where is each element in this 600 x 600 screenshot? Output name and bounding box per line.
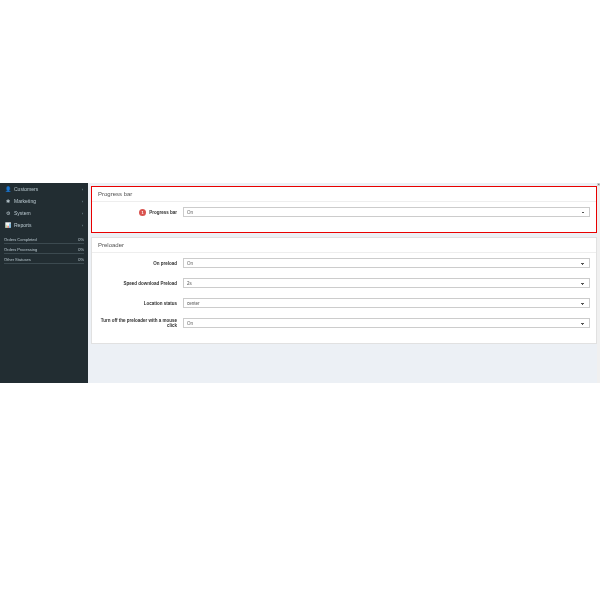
sidebar-stats: Orders Completed0% Orders Processing0% O… (0, 237, 88, 267)
panel-preloader: Preloader On preload On Speed download P… (91, 237, 597, 344)
sidebar-item-label: Reports (14, 222, 82, 228)
form-row-speed: Speed download Preload 2s (98, 278, 590, 288)
progress-bar (4, 263, 84, 264)
stat-value: 0% (78, 237, 84, 242)
field-label: On preload (98, 261, 183, 266)
form-row-location: Location status center (98, 298, 590, 308)
chevron-right-icon: › (82, 199, 83, 204)
progress-bar (4, 253, 84, 254)
speed-select[interactable]: 2s (183, 278, 590, 288)
progress-bar (4, 243, 84, 244)
sidebar-item-label: Marketing (14, 198, 82, 204)
stat-other-statuses: Other Statuses0% (4, 257, 84, 264)
stat-label: Orders Processing (4, 247, 37, 252)
stat-orders-completed: Orders Completed0% (4, 237, 84, 244)
chevron-right-icon: › (82, 223, 83, 228)
chart-icon: 📊 (5, 222, 11, 228)
chevron-right-icon: › (82, 211, 83, 216)
user-icon: 👤 (5, 186, 11, 192)
panel-title: Preloader (92, 238, 596, 253)
chevron-right-icon: › (82, 187, 83, 192)
field-label: Turn off the preloader with a mouse clic… (98, 318, 183, 328)
sidebar: 👤 Customers › ✱ Marketing › ⚙ System › 📊… (0, 183, 88, 383)
field-label: Speed download Preload (98, 281, 183, 286)
stat-label: Orders Completed (4, 237, 37, 242)
sidebar-item-marketing[interactable]: ✱ Marketing › (0, 195, 88, 207)
location-select[interactable]: center (183, 298, 590, 308)
form-row-on-preload: On preload On (98, 258, 590, 268)
stat-orders-processing: Orders Processing0% (4, 247, 84, 254)
step-marker-icon: 1 (139, 209, 146, 216)
main-content: Progress bar 1 Progress bar On Preloader… (88, 183, 600, 383)
label-text: Progress bar (149, 210, 177, 215)
panel-progress-bar: Progress bar 1 Progress bar On (91, 186, 597, 233)
field-label: 1 Progress bar (98, 209, 183, 216)
on-preload-select[interactable]: On (183, 258, 590, 268)
form-row-turnoff: Turn off the preloader with a mouse clic… (98, 318, 590, 328)
stat-value: 0% (78, 247, 84, 252)
form-row-progress-bar: 1 Progress bar On (98, 207, 590, 217)
field-label: Location status (98, 301, 183, 306)
progress-bar-select[interactable]: On (183, 207, 590, 217)
share-icon: ✱ (5, 198, 11, 204)
sidebar-item-system[interactable]: ⚙ System › (0, 207, 88, 219)
sidebar-item-reports[interactable]: 📊 Reports › (0, 219, 88, 231)
panel-title: Progress bar (92, 187, 596, 202)
stat-label: Other Statuses (4, 257, 31, 262)
sidebar-item-customers[interactable]: 👤 Customers › (0, 183, 88, 195)
turnoff-select[interactable]: On (183, 318, 590, 328)
stat-value: 0% (78, 257, 84, 262)
gear-icon: ⚙ (5, 210, 11, 216)
sidebar-item-label: System (14, 210, 82, 216)
sidebar-item-label: Customers (14, 186, 82, 192)
